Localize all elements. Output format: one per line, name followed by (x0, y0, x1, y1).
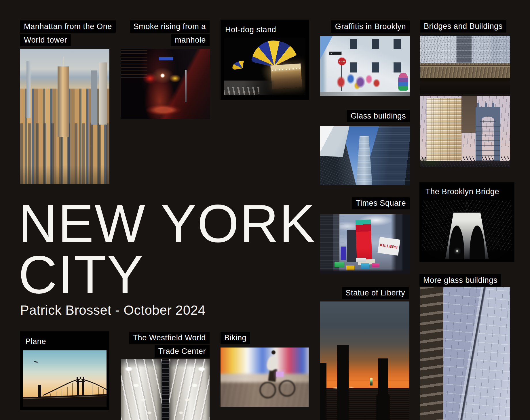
umbrella-shape (232, 60, 252, 70)
mural-cat-shape (398, 73, 408, 91)
caption-brooklyn-bridge: The Brooklyn Bridge (425, 188, 510, 196)
more-glass-buildings-photo[interactable] (420, 287, 510, 420)
food-cart-shape (270, 64, 302, 89)
caption-bridges: Bridges and Buildings (420, 20, 506, 33)
bridges-photo-bottom[interactable] (420, 96, 510, 167)
caption-manhattan-line2: World tower (20, 34, 71, 46)
tower-shape (26, 61, 31, 118)
manhattan-photo[interactable] (20, 49, 109, 184)
caption-more-glass: More glass buildings (419, 274, 501, 287)
dark-tower-shape (461, 96, 477, 133)
bike-box-shape (276, 372, 284, 377)
windows-shape (350, 39, 408, 49)
glass-tower-shape (356, 136, 372, 185)
bridges-photo-top[interactable] (420, 36, 510, 94)
crowd-shape (320, 269, 410, 274)
plane-card: Plane (20, 331, 109, 410)
caption-smoke-line2: manhole (171, 34, 210, 46)
hotdog-stand-photo[interactable] (224, 38, 305, 95)
plane-photo[interactable] (23, 350, 107, 407)
caption-biking: Biking (221, 332, 250, 344)
page-subtitle: Patrick Brosset - October 2024 (20, 302, 206, 318)
page-title-line1: NEW YORK (18, 194, 316, 253)
tower-shape (91, 70, 97, 125)
white-billboard-shape: KILLERS (377, 237, 400, 255)
caption-smoke-line1: Smoke rising from a (130, 20, 210, 33)
tower-shape (99, 62, 107, 125)
hotdog-stand-card: Hot-dog stand (221, 20, 309, 100)
statue-silhouette-shape (370, 378, 373, 385)
bike-wheel-shape (279, 380, 295, 397)
pillar-shape (337, 345, 349, 420)
graffiti-photo[interactable]: STOP (320, 36, 410, 96)
brooklyn-bridge-card: The Brooklyn Bridge (419, 182, 514, 262)
caption-statue: Statue of Liberty (342, 287, 409, 299)
pillar-shape (378, 358, 388, 420)
stop-sign-shape: STOP (338, 58, 346, 65)
one-way-sign-shape (329, 51, 342, 55)
mural-shape (335, 70, 388, 92)
bike-wheel-shape (259, 382, 276, 398)
pillar-shape (320, 363, 326, 420)
caption-glass: Glass buildings (347, 110, 410, 122)
times-square-photo[interactable]: KILLERS (320, 214, 410, 274)
caption-times-square: Times Square (352, 197, 410, 209)
statue-of-liberty-photo[interactable] (320, 301, 409, 420)
smoke-manhole-photo[interactable] (121, 49, 210, 119)
caption-hotdog: Hot-dog stand (225, 26, 304, 34)
sidewalk-shape (320, 92, 410, 96)
caption-westfield-line1: The Westfield World (129, 332, 210, 344)
page-title-line2: CITY (18, 245, 144, 304)
caption-westfield-line2: Trade Center (155, 345, 210, 358)
street-shape (224, 81, 274, 95)
caption-graffiti: Graffitis in Brooklyn (331, 20, 410, 33)
gold-building-shape (426, 98, 461, 161)
page-title: NEW YORK CITY (18, 198, 316, 300)
street-sign-shape (159, 57, 173, 60)
manhattan-bridge-tower-shape (476, 107, 500, 161)
glass-buildings-photo[interactable] (320, 126, 410, 185)
biking-photo[interactable] (221, 348, 309, 407)
bridge-silhouette-graphic (23, 350, 107, 407)
caption-plane: Plane (25, 338, 105, 345)
westfield-oculus-photo[interactable] (121, 359, 210, 420)
gallery-page: { "theme": { "page_bg": "#181412", "chip… (0, 0, 530, 420)
brooklyn-bridge-photo[interactable] (422, 200, 512, 259)
pole-shape (185, 70, 187, 102)
empire-state-building-shape (58, 66, 69, 137)
caption-manhattan-line1: Manhattan from the One (20, 20, 116, 33)
